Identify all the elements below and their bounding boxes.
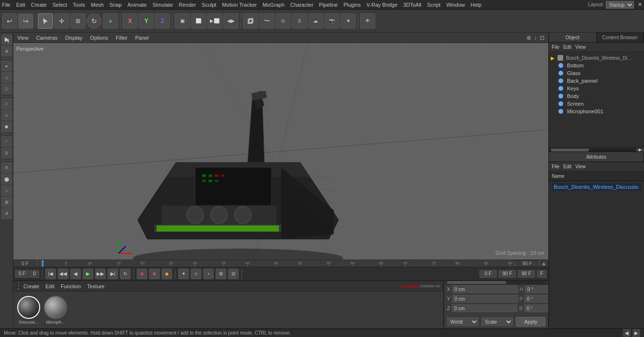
attr-z-input[interactable] <box>452 304 517 312</box>
scene-item-keys[interactable]: Keys <box>549 85 644 92</box>
attr-h-scrollbar[interactable] <box>447 281 546 284</box>
mat-menu-edit[interactable]: Edit <box>43 281 57 291</box>
menu-file[interactable]: File <box>2 2 11 8</box>
lt-move[interactable]: ✛ <box>1 46 12 56</box>
scene-item-body[interactable]: Body <box>549 92 644 100</box>
render-frame-btn[interactable]: ⬜ <box>191 13 206 29</box>
lt-edge[interactable]: ◇ <box>1 72 12 83</box>
render-anim-btn[interactable]: ▶⬜ <box>207 13 222 29</box>
menu-sculpt[interactable]: Sculpt <box>202 2 217 8</box>
attr-menu-view[interactable]: View <box>575 164 586 169</box>
attr-menu-edit[interactable]: Edit <box>563 164 571 169</box>
add-tool[interactable]: + <box>103 13 118 29</box>
lt-sculpt[interactable]: ☆ <box>1 185 12 196</box>
tab-object[interactable]: Object <box>549 33 597 42</box>
motion-all-btn[interactable]: ⋆ <box>203 269 214 279</box>
y-axis-btn[interactable]: Y <box>139 13 154 29</box>
lt-paint[interactable]: ⬤ <box>1 174 12 185</box>
attr-y-input[interactable] <box>452 295 518 303</box>
scene-item-bottom[interactable]: Bottom <box>549 62 644 69</box>
timeline-expand[interactable]: ▲ <box>539 260 548 267</box>
scene-item-back-pannel[interactable]: Back_pannel <box>549 77 644 85</box>
vp-menu-view[interactable]: View <box>17 35 29 41</box>
deform-btn[interactable]: ⧖ <box>292 13 307 29</box>
environment-btn[interactable]: ☁ <box>308 13 323 29</box>
scroll-status-right[interactable]: ▶ <box>633 329 640 337</box>
vp-menu-filter[interactable]: Filter <box>116 35 127 41</box>
light-btn[interactable]: ☀ <box>340 13 356 29</box>
tab-attributes-bottom[interactable]: Attributes <box>549 152 644 162</box>
scene-item-screen[interactable]: Screen <box>549 100 644 108</box>
vp-icon-expand[interactable]: ⊡ <box>540 34 545 41</box>
layout-select[interactable]: Startup <box>606 1 634 9</box>
vp-menu-display[interactable]: Display <box>65 35 82 41</box>
lt-pointer[interactable] <box>1 34 12 45</box>
x-axis-btn[interactable]: X <box>122 13 138 29</box>
attr-menu-file[interactable]: File <box>552 164 559 169</box>
motion-clip-btn[interactable]: ✦ <box>178 269 189 279</box>
lt-knife[interactable]: ∕ <box>1 136 12 147</box>
scene-item-mic[interactable]: Microphone001 <box>549 108 644 115</box>
rotate-tool[interactable]: ↻ <box>87 13 102 29</box>
view-btn[interactable]: 👁 <box>360 13 375 29</box>
vp-menu-cameras[interactable]: Cameras <box>36 35 58 41</box>
attr-world-dropdown[interactable]: World <box>447 317 479 326</box>
render-preview-btn[interactable]: ◀▶ <box>223 13 239 29</box>
menu-select[interactable]: Select <box>53 2 67 8</box>
material-item-micro[interactable]: Microph... <box>44 296 67 325</box>
attr-p-input[interactable] <box>524 295 548 303</box>
record-btn[interactable]: ⏺ <box>137 269 147 279</box>
undo-button[interactable]: ↩ <box>2 13 17 29</box>
rp-menu-edit[interactable]: Edit <box>563 44 571 50</box>
last-frame-btn[interactable]: ▶| <box>108 269 118 279</box>
prev-frame-btn[interactable]: ◀◀ <box>58 269 68 279</box>
rp-menu-file[interactable]: File <box>552 44 559 50</box>
motion-path-btn[interactable]: ⊹ <box>191 269 201 279</box>
menu-tools[interactable]: Tools <box>73 2 85 8</box>
attr-x-input[interactable] <box>452 285 518 293</box>
scrollbar-thumb[interactable] <box>551 149 589 152</box>
attr-name-value[interactable]: Bosch_Dicentis_Wireless_Discussio <box>552 183 641 191</box>
viewport-3d[interactable]: Perspective <box>13 43 548 260</box>
render-region-btn[interactable]: ▣ <box>175 13 190 29</box>
attr-h-input[interactable] <box>525 285 548 293</box>
menu-snap[interactable]: Snap <box>109 2 122 8</box>
menu-mesh[interactable]: Mesh <box>91 2 104 8</box>
vp-menu-panel[interactable]: Panel <box>135 35 149 41</box>
mat-menu-texture[interactable]: Texture <box>84 281 107 291</box>
menu-edit[interactable]: Edit <box>16 2 25 8</box>
fps-rate-field[interactable] <box>537 270 546 278</box>
vp-icon-move[interactable]: ⊕ <box>526 34 531 41</box>
menu-character[interactable]: Character <box>290 2 313 8</box>
lt-lasso[interactable]: ⊃ <box>1 110 12 120</box>
attr-b-input[interactable] <box>524 304 548 312</box>
redo-button[interactable]: ↪ <box>18 13 33 29</box>
fps-input[interactable] <box>30 270 39 278</box>
menu-create[interactable]: Create <box>31 2 47 8</box>
prev-btn[interactable]: ◀ <box>70 269 81 279</box>
palette-btn[interactable]: ⊞ <box>216 269 226 279</box>
attr-scale-dropdown[interactable]: Scale <box>481 317 513 326</box>
lt-brush[interactable]: S <box>1 148 12 158</box>
current-frame-input[interactable] <box>15 270 29 278</box>
camera-btn[interactable]: 📷 <box>324 13 339 29</box>
cube-btn[interactable] <box>243 13 258 29</box>
lt-poly[interactable]: ⬡ <box>1 84 12 94</box>
menu-script[interactable]: Script <box>427 2 440 8</box>
menu-simulate[interactable]: Simulate <box>153 2 173 8</box>
menu-render[interactable]: Render <box>179 2 196 8</box>
curve-btn[interactable]: 〜 <box>259 13 274 29</box>
menu-animate[interactable]: Animate <box>128 2 147 8</box>
move-tool[interactable]: ✛ <box>54 13 69 29</box>
material-drag-handle[interactable] <box>16 283 20 289</box>
close-button[interactable]: ✕ <box>638 1 642 8</box>
vp-icon-down[interactable]: ↓ <box>534 34 537 41</box>
menu-plugins[interactable]: Plugins <box>343 2 360 8</box>
z-axis-btn[interactable]: Z <box>155 13 170 29</box>
vp-menu-options[interactable]: Options <box>90 35 108 41</box>
menu-help[interactable]: Help <box>471 2 482 8</box>
rp-menu-view[interactable]: View <box>575 44 586 50</box>
next-btn[interactable]: ▶▶ <box>95 269 106 279</box>
first-frame-btn[interactable]: |◀ <box>45 269 56 279</box>
key-btn[interactable]: ◆ <box>162 269 172 279</box>
